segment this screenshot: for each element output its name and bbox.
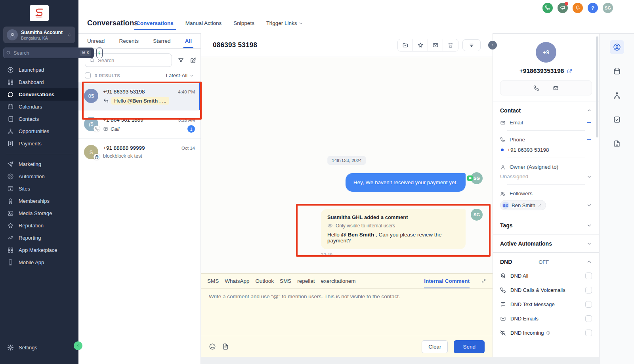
grid-icon — [7, 247, 14, 253]
sort-dropdown[interactable]: Latest-All — [166, 72, 194, 78]
email-contact-icon[interactable] — [553, 85, 559, 91]
timestamp: 3:28 AM — [178, 118, 195, 122]
tab-unread[interactable]: Unread — [87, 34, 105, 48]
account-switcher[interactable]: Susmitha Account Bengaluru, KA — [3, 27, 75, 43]
scrollbar[interactable] — [596, 36, 598, 137]
help-button[interactable]: ? — [588, 3, 598, 13]
sidebar-item-marketing[interactable]: Marketing — [0, 158, 78, 170]
filter-lines-icon — [468, 42, 475, 48]
chevron-down-icon[interactable] — [586, 202, 592, 208]
add-email-button[interactable] — [586, 120, 592, 126]
sidebar-search[interactable]: ⌘ K — [3, 48, 94, 58]
conversation-search-input[interactable] — [98, 57, 168, 63]
sidebar-item-reputation[interactable]: Reputation — [0, 219, 78, 232]
sidebar-item-sites[interactable]: Sites — [0, 183, 78, 195]
chevron-up-icon[interactable] — [586, 259, 592, 265]
template-icon[interactable] — [222, 343, 229, 350]
channel-tab-sms-2[interactable]: SMS — [280, 278, 291, 284]
tab-conversations[interactable]: Conversations — [136, 20, 174, 26]
channel-tab-whatsapp[interactable]: WhatsApp — [225, 278, 249, 284]
avatar: 05 — [84, 89, 98, 103]
conversation-item[interactable]: S @ +91 88888 99999 Oct 14 blockblock ok… — [78, 139, 201, 165]
announcements-button[interactable] — [558, 3, 568, 13]
chevron-up-icon[interactable] — [586, 108, 592, 113]
page-title: Conversations — [87, 19, 138, 27]
user-avatar[interactable]: SG — [603, 3, 613, 13]
sidebar-item-opportunities[interactable]: Opportunities — [0, 125, 78, 137]
mark-unread-button[interactable] — [428, 39, 443, 51]
emoji-icon[interactable] — [209, 343, 216, 350]
sidebar-search-input[interactable] — [13, 50, 77, 56]
sidebar-item-automation[interactable]: Automation — [0, 170, 78, 183]
phone-value: +91 86393 53198 — [507, 147, 549, 153]
contact-tab-button[interactable] — [610, 40, 624, 54]
delete-button[interactable] — [443, 39, 458, 51]
conversation-item[interactable]: 05 +91 86393 53198 4:40 PM Hello @Ben Sm… — [78, 82, 201, 111]
comment-input[interactable] — [209, 293, 486, 330]
send-button[interactable]: Send — [454, 340, 485, 353]
chevron-down-icon[interactable] — [586, 223, 592, 228]
channel-tab-exercitationem[interactable]: exercitationem — [321, 278, 356, 284]
avatar: S @ — [84, 145, 98, 159]
dnd-all-checkbox[interactable] — [585, 273, 592, 279]
remove-follower-icon[interactable] — [538, 203, 542, 208]
tab-snippets[interactable]: Snippets — [233, 20, 254, 26]
channel-tab-repellat[interactable]: repellat — [297, 278, 315, 284]
sidebar-item-payments[interactable]: Payments — [0, 137, 78, 150]
quick-actions-button[interactable] — [96, 48, 103, 58]
dialer-button[interactable] — [542, 3, 553, 13]
sidebar-item-calendars[interactable]: Calendars — [0, 101, 78, 113]
calendar-icon — [613, 67, 621, 75]
follower-initials: BS — [502, 202, 509, 209]
tab-label: Trigger Links — [266, 20, 297, 26]
message-filter-button[interactable] — [462, 39, 481, 51]
star-button[interactable] — [413, 39, 428, 51]
collapse-composer-icon[interactable] — [481, 278, 486, 284]
sidebar-item-mobile-app[interactable]: Mobile App — [0, 256, 78, 269]
keyboard-shortcut-badge: ⌘ K — [80, 50, 91, 56]
panel-collapse-button[interactable] — [488, 41, 497, 50]
select-all-checkbox[interactable] — [85, 72, 91, 78]
sidebar-item-dashboard[interactable]: Dashboard — [0, 76, 78, 88]
archive-button[interactable] — [398, 39, 413, 51]
channel-tab-sms[interactable]: SMS — [207, 278, 219, 284]
sidebar-item-app-marketplace[interactable]: App Marketplace — [0, 244, 78, 256]
appointments-tab-button[interactable] — [610, 64, 624, 78]
dnd-text-checkbox[interactable] — [585, 301, 592, 308]
call-contact-icon[interactable] — [533, 85, 539, 91]
open-contact-icon[interactable] — [567, 68, 573, 74]
tab-all[interactable]: All — [185, 34, 192, 48]
channel-tab-outlook[interactable]: Outlook — [256, 278, 274, 284]
notifications-button[interactable] — [573, 3, 583, 13]
tab-manual-actions[interactable]: Manual Actions — [185, 20, 222, 26]
dnd-emails-checkbox[interactable] — [585, 315, 592, 322]
tasks-tab-button[interactable] — [610, 112, 624, 127]
sidebar-item-conversations[interactable]: Conversations — [0, 88, 78, 101]
sidebar-item-contacts[interactable]: Contacts — [0, 113, 78, 125]
conversation-item[interactable]: (5 +1 864 561 1889 3:28 AM Call 1 — [78, 111, 201, 139]
clear-button[interactable]: Clear — [422, 340, 448, 353]
tab-recents[interactable]: Recents — [119, 34, 139, 48]
tab-starred[interactable]: Starred — [153, 34, 170, 48]
filter-icon[interactable] — [178, 57, 184, 64]
tab-internal-comment[interactable]: Internal Comment — [424, 274, 470, 288]
add-phone-button[interactable] — [586, 137, 592, 143]
notes-tab-button[interactable] — [610, 137, 624, 151]
sidebar-item-reporting[interactable]: Reporting — [0, 232, 78, 244]
compose-icon[interactable] — [190, 57, 197, 64]
tab-trigger-links[interactable]: Trigger Links — [266, 20, 304, 26]
chevron-down-icon[interactable] — [586, 241, 592, 246]
sidebar-collapse-button[interactable] — [74, 341, 82, 350]
chevron-down-icon[interactable] — [586, 174, 592, 179]
sidebar-item-launchpad[interactable]: Launchpad — [0, 64, 78, 76]
opportunities-tab-button[interactable] — [610, 88, 624, 103]
calendar-icon — [7, 103, 14, 110]
mention: @Ben Smith — [127, 98, 158, 104]
sidebar-item-media-storage[interactable]: Media Storage — [0, 207, 78, 219]
dnd-row-emails: DND Emails — [500, 315, 592, 322]
dnd-incoming-checkbox[interactable] — [585, 330, 592, 336]
sidebar-item-settings[interactable]: Settings — [0, 341, 78, 354]
folder-icon — [402, 42, 409, 48]
sidebar-item-memberships[interactable]: Memberships — [0, 195, 78, 207]
dnd-calls-checkbox[interactable] — [585, 287, 592, 293]
